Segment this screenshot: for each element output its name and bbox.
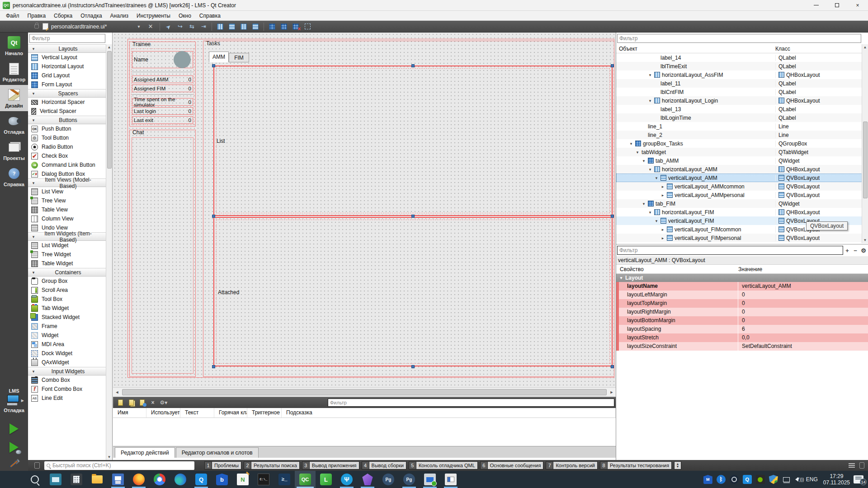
minimize-button[interactable] — [806, 0, 826, 10]
edit-action-icon[interactable] — [137, 399, 146, 407]
field-last-login[interactable]: Last login0 — [132, 107, 193, 115]
run-button[interactable] — [9, 423, 19, 434]
property-value[interactable]: 0 — [738, 308, 868, 316]
object-row-label_14[interactable]: label_14QLabel — [616, 53, 862, 62]
tray-bluetooth[interactable]: ᛒ — [717, 475, 726, 484]
widget-column-view[interactable]: Column View — [28, 214, 106, 223]
chevron-down-icon[interactable]: ▾ — [642, 159, 646, 163]
scrollbar-thumb[interactable] — [122, 389, 607, 395]
language-indicator[interactable]: ENG — [806, 476, 818, 483]
postgres-2[interactable]: Pg — [399, 471, 420, 488]
object-row-line_1[interactable]: line_1Line — [616, 122, 862, 131]
scroll-up-arrow[interactable]: ▲ — [108, 45, 111, 49]
chevron-right-icon[interactable]: ▸ — [660, 184, 665, 189]
object-row-horizontalLayout_AssFIM[interactable]: ▾horizontalLayout_AssFIMQHBoxLayout — [616, 70, 862, 79]
category-spacers[interactable]: ▾Spacers — [28, 89, 106, 98]
scrollbar-thumb[interactable] — [107, 51, 112, 169]
copy-action-icon[interactable] — [127, 399, 136, 407]
adjust-size-icon[interactable] — [303, 23, 312, 31]
widget-table-widget[interactable]: Table Widget — [28, 259, 106, 268]
widget-table-view[interactable]: Table View — [28, 205, 106, 214]
remove-property-button[interactable]: − — [851, 247, 859, 254]
widget-qaxwidget[interactable]: QAxWidget — [28, 358, 106, 367]
scrollbar-thumb[interactable] — [863, 122, 868, 198]
widget-stacked-widget[interactable]: Stacked Widget — [28, 313, 106, 322]
tray-mail[interactable]: M — [703, 475, 712, 484]
build-button[interactable] — [8, 459, 20, 471]
edge[interactable] — [170, 471, 191, 488]
edit-buddies-icon[interactable]: ⇆ — [187, 23, 196, 31]
widget-form-layout[interactable]: Form Layout — [28, 80, 106, 89]
menu-Сборка[interactable]: Сборка — [50, 12, 76, 20]
column-имя[interactable]: Имя — [113, 408, 146, 418]
chevron-right-icon[interactable]: ▸ — [660, 227, 665, 232]
widget-push-button[interactable]: OKPush Button — [28, 124, 106, 133]
mode-projects[interactable]: Проекты — [0, 137, 28, 164]
screen-app[interactable] — [45, 471, 66, 488]
document-dropdown-arrow[interactable]: ▾ — [134, 24, 143, 29]
field-last-exit[interactable]: Last exit0 — [132, 116, 193, 124]
object-row-verticalLayout_AMMpersonal[interactable]: ▸verticalLayout_AMMpersonalQVBoxLayout — [616, 191, 862, 199]
widget-vertical-spacer[interactable]: Vertical Spacer — [28, 107, 106, 116]
object-row-tabWidget[interactable]: ▾tabWidgetQTabWidget — [616, 148, 862, 156]
output-pane-6[interactable]: 6Основные сообщения — [480, 461, 544, 469]
property-value[interactable]: 0 — [738, 299, 868, 308]
category-buttons[interactable]: ▾Buttons — [28, 116, 106, 124]
object-filter-input[interactable] — [617, 34, 861, 43]
object-row-lblLoginTime[interactable]: lblLoginTimeQLabel — [616, 113, 862, 122]
clock[interactable]: 17:29 07.11.2025 — [823, 473, 850, 486]
column-горячая-клавиш[interactable]: Горячая клавиш — [214, 408, 247, 418]
widgetbox-scrollbar[interactable]: ▲ ▼ — [106, 44, 112, 460]
property-row-layoutLeftMargin[interactable]: layoutLeftMargin0 — [616, 291, 868, 299]
category-containers[interactable]: ▾Containers — [28, 268, 106, 277]
property-row-layoutSizeConstraint[interactable]: layoutSizeConstraintSetDefaultConstraint — [616, 342, 868, 351]
layout-splitter-horizontal-icon[interactable] — [239, 23, 248, 31]
output-pane-8[interactable]: 8Результаты тестирования — [600, 461, 672, 469]
field-assigned-amm[interactable]: Assigned AMM0 — [132, 75, 193, 83]
category-layouts[interactable]: ▾Layouts — [28, 44, 106, 53]
close-document-button[interactable]: ✕ — [143, 23, 157, 30]
maximize-button[interactable] — [826, 0, 847, 10]
property-row-layoutName[interactable]: layoutNameverticalLayout_AMM — [616, 282, 868, 291]
new-action-icon[interactable] — [116, 399, 125, 407]
tray-security[interactable] — [769, 475, 778, 484]
object-row-lblTimeExit[interactable]: lblTimeExitQLabel — [616, 62, 862, 70]
calculator-app[interactable] — [66, 471, 87, 488]
notification-center-icon[interactable]: 14 — [854, 475, 863, 483]
widget-horizontal-spacer[interactable]: Horizontal Spacer — [28, 98, 106, 107]
tray-volume[interactable]: ))) — [795, 475, 804, 484]
menu-Файл[interactable]: Файл — [2, 12, 24, 20]
widget-check-box[interactable]: ✔Check Box — [28, 151, 106, 160]
chevron-down-icon[interactable]: ▾ — [648, 167, 652, 172]
chrome[interactable] — [149, 471, 170, 488]
object-row-verticalLayout_AMM[interactable]: ▾verticalLayout_AMMQVBoxLayout — [616, 174, 862, 182]
menu-Окно[interactable]: Окно — [175, 12, 195, 20]
mode-qt[interactable]: QtНачало — [0, 33, 28, 59]
selection-handle[interactable] — [411, 64, 415, 67]
obsidian[interactable] — [357, 471, 378, 488]
chevron-right-icon[interactable]: ▸ — [660, 193, 665, 197]
postgres-1[interactable]: Pg — [378, 471, 399, 488]
trainee-groupbox[interactable]: Trainee Name Assigned AMM0Assigned FIM0T… — [129, 42, 196, 127]
widget-line-edit[interactable]: ABLine Edit — [28, 394, 106, 403]
q-app[interactable]: Q — [191, 471, 212, 488]
widget-tree-widget[interactable]: Tree Widget — [28, 250, 106, 259]
tray-nvidia[interactable] — [756, 475, 765, 484]
delete-action-icon[interactable]: × — [148, 399, 157, 407]
right-sidebar-toggle-icon[interactable] — [859, 462, 864, 469]
qt-creator[interactable]: QC — [295, 471, 316, 488]
tab-amm[interactable]: AMM — [209, 52, 229, 62]
chevron-down-icon[interactable]: ▾ — [642, 202, 646, 206]
firefox[interactable] — [128, 471, 149, 488]
selection-handle[interactable] — [411, 365, 415, 368]
output-pane-2[interactable]: 2Результаты поиска — [244, 461, 300, 469]
property-row-layoutRightMargin[interactable]: layoutRightMargin0 — [616, 308, 868, 316]
kit-selector[interactable]: ▶ — [7, 395, 21, 406]
debug-button[interactable] — [9, 442, 19, 453]
scroll-down-arrow[interactable]: ▼ — [863, 238, 867, 242]
column-текст[interactable]: Текст — [180, 408, 214, 418]
mail-app[interactable]: b — [212, 471, 232, 488]
chevron-right-icon[interactable]: ▸ — [660, 236, 665, 240]
menu-Инструменты[interactable]: Инструменты — [132, 12, 175, 20]
amm-personal-layout-area[interactable] — [213, 217, 613, 366]
